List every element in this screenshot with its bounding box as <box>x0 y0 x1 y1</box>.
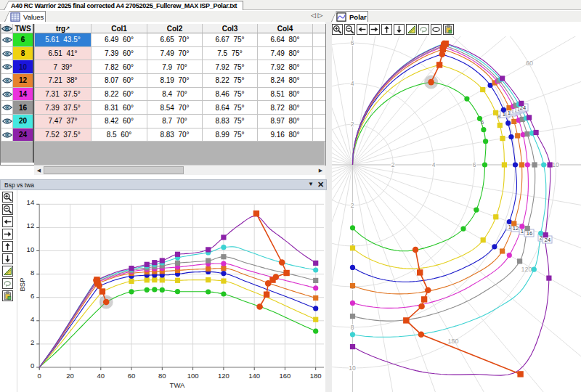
svg-text:60: 60 <box>526 60 533 67</box>
svg-text:100: 100 <box>187 372 199 380</box>
svg-text:80: 80 <box>158 372 166 380</box>
svg-text:8: 8 <box>351 324 354 331</box>
svg-text:2: 2 <box>351 202 354 209</box>
svg-text:20: 20 <box>66 372 74 380</box>
svg-text:6: 6 <box>351 39 354 46</box>
svg-text:6: 6 <box>31 292 34 300</box>
svg-text:2: 2 <box>391 161 395 168</box>
svg-text:150: 150 <box>447 338 458 345</box>
svg-text:2: 2 <box>31 338 34 346</box>
svg-text:14: 14 <box>27 198 35 206</box>
svg-text:120: 120 <box>218 372 229 380</box>
svg-text:10: 10 <box>27 245 35 253</box>
svg-text:10: 10 <box>552 161 559 168</box>
svg-text:4: 4 <box>351 80 354 87</box>
svg-text:4: 4 <box>31 315 34 323</box>
svg-text:16: 16 <box>527 230 532 237</box>
svg-text:0: 0 <box>38 372 41 380</box>
svg-text:8: 8 <box>31 269 34 277</box>
svg-text:4: 4 <box>432 161 436 168</box>
svg-text:40: 40 <box>97 372 105 380</box>
svg-text:180: 180 <box>310 372 322 380</box>
svg-text:12: 12 <box>27 221 35 229</box>
svg-text:60: 60 <box>128 372 136 380</box>
svg-text:2: 2 <box>351 121 354 128</box>
svg-text:0: 0 <box>31 362 34 369</box>
svg-text:TWA: TWA <box>170 381 185 389</box>
svg-text:BSP: BSP <box>18 277 26 291</box>
svg-text:6: 6 <box>473 161 476 168</box>
svg-text:120: 120 <box>521 266 532 273</box>
svg-text:140: 140 <box>248 372 260 380</box>
svg-text:10: 10 <box>349 364 356 372</box>
svg-text:24: 24 <box>545 237 550 243</box>
svg-text:160: 160 <box>279 372 290 380</box>
